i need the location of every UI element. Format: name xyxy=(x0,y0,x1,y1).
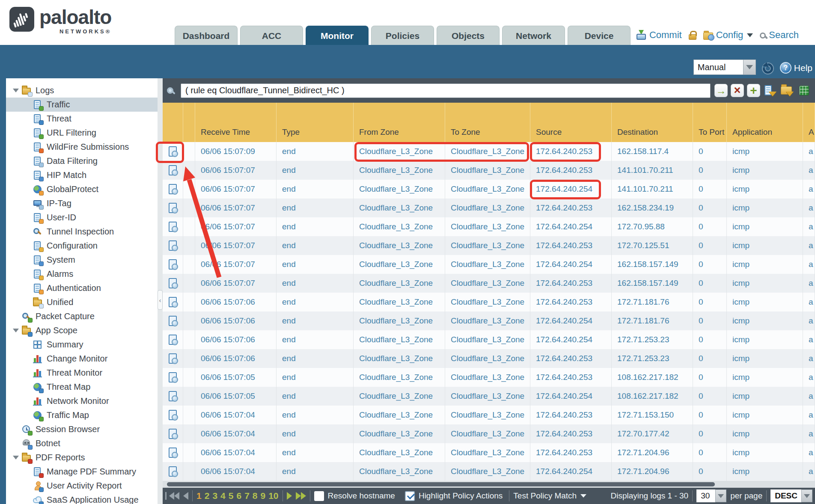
config-button[interactable]: Config xyxy=(703,30,753,41)
log-detail-icon[interactable] xyxy=(169,259,177,270)
sidebar-item-hip-match[interactable]: HIP Match xyxy=(6,168,158,182)
log-detail-icon[interactable] xyxy=(169,448,177,458)
sidebar-item-alarms[interactable]: Alarms xyxy=(6,267,158,281)
table-row[interactable]: 06/06 15:07:04endCloudflare_L3_ZoneCloud… xyxy=(163,424,815,443)
column-header-type[interactable]: Type xyxy=(277,103,354,142)
table-row[interactable]: 06/06 15:07:07endCloudflare_L3_ZoneCloud… xyxy=(163,255,815,274)
sidebar-collapse-handle[interactable] xyxy=(158,290,163,310)
page-size-dropdown-button[interactable] xyxy=(715,489,726,502)
page-2[interactable]: 2 xyxy=(205,491,210,501)
sidebar-item-network-monitor[interactable]: Network Monitor xyxy=(6,394,158,408)
add-filter-icon[interactable]: + xyxy=(747,84,760,97)
sidebar-item-logs[interactable]: Logs xyxy=(6,83,158,98)
sidebar-item-url-filtering[interactable]: URL Filtering xyxy=(6,126,158,140)
last-page-button[interactable] xyxy=(296,492,306,500)
table-row[interactable]: 06/06 15:07:07endCloudflare_L3_ZoneCloud… xyxy=(163,236,815,255)
sidebar-item-manage-pdf-summary[interactable]: Manage PDF Summary xyxy=(6,465,158,479)
log-detail-icon[interactable] xyxy=(169,466,177,477)
tab-device[interactable]: Device xyxy=(568,26,631,45)
sidebar-item-system[interactable]: System xyxy=(6,253,158,267)
column-header-action[interactable]: A xyxy=(803,103,815,142)
horizontal-scrollbar-thumb[interactable] xyxy=(167,482,715,486)
table-row[interactable]: 06/06 15:07:06endCloudflare_L3_ZoneCloud… xyxy=(163,311,815,330)
table-row[interactable]: 06/06 15:07:04endCloudflare_L3_ZoneCloud… xyxy=(163,406,815,424)
log-detail-icon[interactable] xyxy=(169,429,177,439)
column-header-spacer[interactable] xyxy=(183,103,195,142)
highlight-policy-option[interactable]: Highlight Policy Actions xyxy=(405,491,503,501)
table-row[interactable]: 06/06 15:07:07endCloudflare_L3_ZoneCloud… xyxy=(163,217,815,236)
sidebar-item-unified[interactable]: Unified xyxy=(6,295,158,309)
apply-filter-icon[interactable]: → xyxy=(714,84,728,97)
log-detail-icon[interactable] xyxy=(169,240,177,251)
sidebar-item-traffic[interactable]: Traffic xyxy=(6,98,158,112)
sidebar-item-threat[interactable]: Threat xyxy=(6,112,158,126)
table-row[interactable]: 06/06 15:07:05endCloudflare_L3_ZoneCloud… xyxy=(163,368,815,387)
sidebar-item-pdf-reports[interactable]: PDF Reports xyxy=(6,451,158,465)
sidebar-item-threat-monitor[interactable]: Threat Monitor xyxy=(6,366,158,380)
sidebar-item-user-activity-report[interactable]: User Activity Report xyxy=(6,479,158,493)
column-header-to_zone[interactable]: To Zone xyxy=(445,103,530,142)
table-row[interactable]: 06/06 15:07:04endCloudflare_L3_ZoneCloud… xyxy=(163,443,815,462)
sidebar-item-authentication[interactable]: Authentication xyxy=(6,281,158,295)
resolve-hostname-checkbox[interactable] xyxy=(314,491,324,501)
table-row[interactable]: 06/06 15:07:06endCloudflare_L3_ZoneCloud… xyxy=(163,349,815,368)
page-size-select[interactable]: 30 xyxy=(696,489,726,502)
next-page-button[interactable] xyxy=(287,492,292,500)
sort-order-select[interactable]: DESC xyxy=(770,489,812,502)
page-1[interactable]: 1 xyxy=(196,491,202,501)
expand-triangle-icon[interactable] xyxy=(13,329,19,332)
log-detail-icon[interactable] xyxy=(169,203,177,213)
expand-triangle-icon[interactable] xyxy=(13,456,19,460)
table-row[interactable]: 06/06 15:07:07endCloudflare_L3_ZoneCloud… xyxy=(163,180,815,199)
tab-monitor[interactable]: Monitor xyxy=(306,26,369,45)
tab-policies[interactable]: Policies xyxy=(371,26,434,45)
sidebar-item-summary[interactable]: Summary xyxy=(6,338,158,352)
table-row[interactable]: 06/06 15:07:09endCloudflare_L3_ZoneCloud… xyxy=(163,142,815,161)
sidebar-item-globalprotect[interactable]: GlobalProtect xyxy=(6,182,158,196)
refresh-mode-select[interactable]: Manual xyxy=(693,59,756,75)
column-header-to_port[interactable]: To Port xyxy=(693,103,727,142)
table-row[interactable]: 06/06 15:07:07endCloudflare_L3_ZoneCloud… xyxy=(163,274,815,293)
expand-triangle-icon[interactable] xyxy=(13,89,19,92)
sidebar-item-ip-tag[interactable]: IP-Tag xyxy=(6,196,158,210)
sidebar-item-session-browser[interactable]: Session Browser xyxy=(6,422,158,436)
column-header-detail[interactable] xyxy=(163,103,183,142)
page-9[interactable]: 9 xyxy=(261,491,266,501)
log-detail-icon[interactable] xyxy=(169,222,177,232)
tab-acc[interactable]: ACC xyxy=(240,26,303,45)
log-detail-icon[interactable] xyxy=(169,335,177,345)
log-detail-icon[interactable] xyxy=(169,297,177,307)
sidebar-item-data-filtering[interactable]: Data Filtering xyxy=(6,154,158,168)
page-10[interactable]: 10 xyxy=(268,491,278,501)
log-filter-input[interactable] xyxy=(181,83,711,98)
tab-network[interactable]: Network xyxy=(502,26,565,45)
export-csv-icon[interactable] xyxy=(797,84,812,97)
log-detail-icon[interactable] xyxy=(169,372,177,382)
sidebar-item-app-scope[interactable]: App Scope xyxy=(6,323,158,338)
sidebar-item-botnet[interactable]: Botnet xyxy=(6,436,158,451)
resolve-hostname-option[interactable]: Resolve hostname xyxy=(314,491,395,501)
tab-objects[interactable]: Objects xyxy=(437,26,500,45)
search-button[interactable]: Search xyxy=(760,30,799,41)
sidebar-item-user-id[interactable]: User-ID xyxy=(6,210,158,225)
previous-page-button[interactable] xyxy=(183,492,188,500)
page-7[interactable]: 7 xyxy=(244,491,250,501)
help-button[interactable]: Help xyxy=(780,62,812,74)
page-5[interactable]: 5 xyxy=(229,491,234,501)
page-4[interactable]: 4 xyxy=(220,491,226,501)
table-row[interactable]: 06/06 15:07:05endCloudflare_L3_ZoneCloud… xyxy=(163,387,815,406)
column-header-receive_time[interactable]: Receive Time xyxy=(195,103,277,142)
first-page-button[interactable] xyxy=(165,492,179,500)
sidebar-item-tunnel-inspection[interactable]: Tunnel Inspection xyxy=(6,225,158,239)
log-detail-icon[interactable] xyxy=(169,391,177,401)
sidebar-item-saas-application-usage[interactable]: SaaS Application Usage xyxy=(6,493,158,504)
table-row[interactable]: 06/06 15:07:07endCloudflare_L3_ZoneCloud… xyxy=(163,161,815,180)
column-header-from_zone[interactable]: From Zone xyxy=(354,103,445,142)
log-detail-icon[interactable] xyxy=(169,184,177,194)
lock-icon[interactable] xyxy=(689,34,696,40)
column-header-destination[interactable]: Destination xyxy=(612,103,693,142)
column-header-application[interactable]: Application xyxy=(727,103,803,142)
test-policy-match-button[interactable]: Test Policy Match xyxy=(513,491,586,501)
sidebar-item-packet-capture[interactable]: Packet Capture xyxy=(6,309,158,323)
sort-order-dropdown-button[interactable] xyxy=(801,489,812,502)
